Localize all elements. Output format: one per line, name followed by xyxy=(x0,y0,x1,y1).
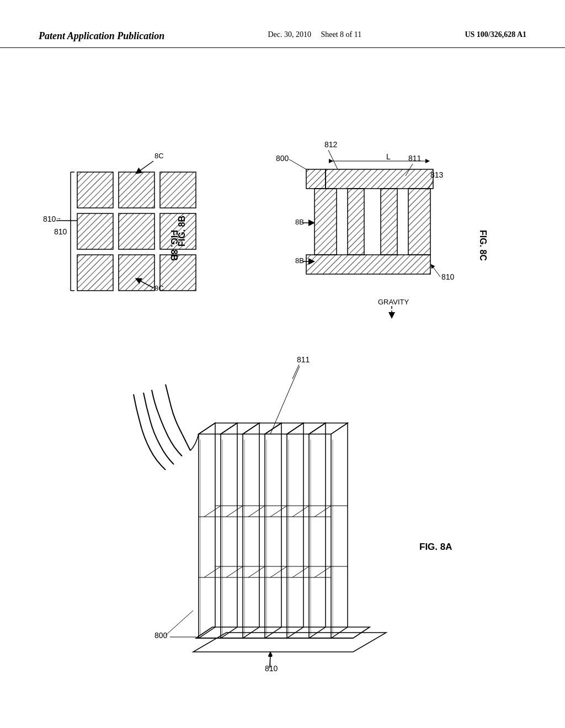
svg-rect-28 xyxy=(306,255,430,274)
svg-rect-22 xyxy=(326,169,433,189)
svg-marker-43 xyxy=(309,423,326,638)
svg-marker-37 xyxy=(199,423,215,638)
svg-line-60 xyxy=(292,506,309,517)
drawing-area: 810 → FIG. 8B 8C 8C xyxy=(0,53,565,715)
svg-rect-24 xyxy=(315,189,337,255)
svg-rect-5 xyxy=(77,172,113,208)
svg-rect-8 xyxy=(77,213,113,249)
ref-8b-bottom: 8B xyxy=(295,256,304,265)
svg-rect-25 xyxy=(408,189,430,255)
fig8a-label: FIG. 8A xyxy=(419,542,452,552)
svg-line-58 xyxy=(248,506,265,517)
svg-marker-48 xyxy=(265,423,303,434)
fig8b-text: FIG. 8B xyxy=(169,230,179,261)
gravity-label: GRAVITY xyxy=(378,298,409,306)
svg-line-65 xyxy=(226,566,243,577)
svg-line-57 xyxy=(226,506,243,517)
svg-marker-41 xyxy=(265,423,281,638)
svg-rect-11 xyxy=(77,255,113,291)
svg-marker-42 xyxy=(287,423,303,638)
svg-rect-7 xyxy=(160,172,196,208)
ref-810-fig8a: 810 xyxy=(265,664,278,673)
svg-line-18 xyxy=(328,150,338,169)
svg-rect-12 xyxy=(119,255,154,291)
svg-marker-47 xyxy=(243,423,281,434)
ref-811-fig8a: 811 xyxy=(297,355,310,364)
svg-line-64 xyxy=(204,566,221,577)
svg-marker-46 xyxy=(221,423,259,434)
ref-8b-top: 8B xyxy=(295,218,304,226)
dimension-L: L xyxy=(386,152,391,161)
svg-line-2 xyxy=(138,161,153,172)
svg-line-17 xyxy=(289,159,306,169)
svg-line-61 xyxy=(315,506,331,517)
svg-line-33 xyxy=(292,365,299,379)
svg-line-78 xyxy=(287,366,300,395)
svg-rect-27 xyxy=(381,189,397,255)
ref-810-label: 810 xyxy=(54,227,67,236)
ref-811-fig8c: 811 xyxy=(408,154,422,163)
svg-line-79 xyxy=(270,395,287,434)
svg-line-56 xyxy=(204,506,221,517)
svg-marker-44 xyxy=(331,423,348,638)
svg-marker-39 xyxy=(221,423,237,638)
ref-810-fig8c: 810 xyxy=(441,272,455,281)
ref-8c-top: 8C xyxy=(154,152,164,160)
svg-marker-40 xyxy=(243,423,259,638)
publication-date: Dec. 30, 2010 xyxy=(268,30,311,39)
svg-line-59 xyxy=(270,506,287,517)
svg-line-69 xyxy=(315,566,331,577)
publication-number: US 100/326,628 A1 xyxy=(465,30,526,39)
svg-line-67 xyxy=(270,566,287,577)
publication-title: Patent Application Publication xyxy=(39,30,164,42)
ref-810-fig8b: 810 xyxy=(43,215,56,223)
svg-line-31 xyxy=(432,266,440,277)
svg-line-66 xyxy=(248,566,265,577)
svg-marker-50 xyxy=(309,423,348,434)
svg-line-34 xyxy=(166,611,193,635)
fig8c-label: FIG. 8C xyxy=(478,230,488,261)
svg-text:→: → xyxy=(55,215,62,222)
svg-marker-45 xyxy=(199,423,237,434)
ref-812: 812 xyxy=(324,140,338,149)
svg-line-68 xyxy=(292,566,309,577)
svg-marker-49 xyxy=(287,423,326,434)
svg-rect-23 xyxy=(306,169,326,189)
svg-rect-26 xyxy=(348,189,364,255)
page-header: Patent Application Publication Dec. 30, … xyxy=(0,0,565,48)
page: Patent Application Publication Dec. 30, … xyxy=(0,0,565,728)
patent-drawings: 810 → FIG. 8B 8C 8C xyxy=(0,53,565,715)
publication-date-sheet: Dec. 30, 2010 Sheet 8 of 11 xyxy=(268,30,361,39)
svg-rect-6 xyxy=(119,172,154,208)
sheet-info: Sheet 8 of 11 xyxy=(321,30,362,39)
ref-800-fig8c: 800 xyxy=(276,154,289,163)
svg-rect-9 xyxy=(119,213,154,249)
